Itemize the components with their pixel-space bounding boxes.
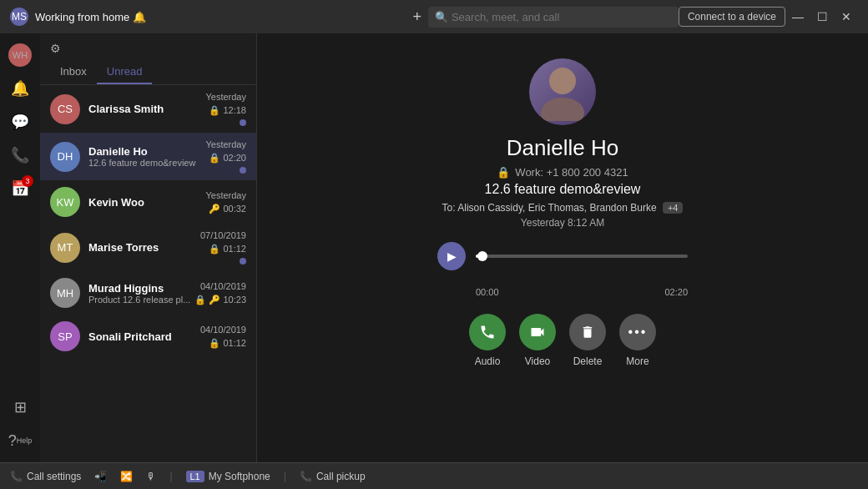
more-button[interactable]: ••• More (619, 314, 656, 367)
list-item[interactable]: DH Danielle Ho 12.6 feature demo&review … (40, 133, 256, 180)
conv-time: Yesterday (205, 92, 246, 102)
connect-device-button[interactable]: Connect to a device (679, 7, 785, 27)
audio-icon (469, 314, 506, 350)
list-item[interactable]: MH Murad Higgins Product 12.6 release pl… (40, 271, 256, 315)
conv-duration: 🔒 🔑 10:23 (194, 295, 246, 305)
conv-tabs: Inbox Unread (40, 60, 256, 85)
time-end: 02:20 (664, 287, 688, 297)
conversations-panel: ⚙ Inbox Unread CS Clarissa Smith Yesterd… (40, 33, 257, 462)
conv-meta: 07/10/2019 🔒 01:12 (200, 230, 246, 265)
status-icon-1: 📲 (94, 471, 107, 482)
delete-button[interactable]: Delete (569, 314, 606, 367)
softphone-badge: L1 (186, 471, 204, 482)
delete-icon (569, 314, 606, 350)
titlebar: MS Working from home 🔔 + 🔍 Connect to a … (0, 0, 868, 33)
app-body: WH 🔔 💬 📞 📅 3 ⊞ ? Help ⚙ Inbox Unrea (0, 33, 868, 462)
work-number: Work: +1 800 200 4321 (515, 166, 628, 179)
video-button[interactable]: Video (519, 314, 556, 367)
sidebar-item-apps[interactable]: ⊞ (5, 392, 35, 422)
conv-list: CS Clarissa Smith Yesterday 🔒 12:18 DH D… (40, 85, 256, 462)
conv-time: 04/10/2019 (200, 325, 246, 335)
progress-fill (476, 255, 482, 258)
app-avatar: MS (10, 8, 28, 26)
statusbar: 📞 Call settings 📲 🔀 🎙 | L1 My Softphone … (0, 462, 868, 489)
conv-name: Kevin Woo (88, 196, 205, 209)
conv-duration: 🔒 02:20 (209, 153, 246, 164)
list-item[interactable]: CS Clarissa Smith Yesterday 🔒 12:18 (40, 85, 256, 133)
maximize-button[interactable]: ☐ (810, 7, 835, 27)
app-title: Working from home 🔔 (35, 11, 406, 23)
sidebar-item-calendar[interactable]: 📅 3 (5, 174, 35, 204)
sidebar-item-activity[interactable]: 🔔 (5, 73, 35, 103)
to-label: To: (442, 202, 456, 214)
conv-avatar: MT (50, 233, 80, 263)
tab-unread[interactable]: Unread (97, 60, 153, 84)
unread-dot (240, 167, 246, 174)
call-settings-icon: 📞 (10, 471, 23, 482)
sidebar-item-avatar[interactable]: WH (5, 40, 35, 70)
search-input[interactable] (428, 7, 679, 28)
call-settings-item[interactable]: 📞 Call settings (10, 471, 81, 482)
conv-duration: 🔒 12:18 (209, 105, 246, 116)
minimize-button[interactable]: — (785, 7, 810, 27)
conv-meta: Yesterday 🔒 12:18 (205, 92, 246, 126)
contact-work: 🔒 Work: +1 800 200 4321 (497, 166, 628, 179)
lock-icon: 🔒 (497, 166, 510, 179)
status-divider-2: | (284, 471, 286, 482)
play-button[interactable]: ▶ (437, 242, 466, 270)
sidebar-item-chat[interactable]: 💬 (5, 107, 35, 137)
tab-inbox[interactable]: Inbox (50, 60, 97, 84)
to-badge: +4 (663, 202, 684, 214)
search-icon: 🔍 (435, 11, 448, 23)
conv-avatar: DH (50, 142, 80, 172)
conv-name: Danielle Ho (88, 145, 205, 158)
voicemail-timestamp: Yesterday 8:12 AM (521, 217, 604, 229)
sidebar-item-help[interactable]: ? Help (5, 426, 35, 456)
chat-icon: 💬 (11, 113, 29, 131)
action-buttons: Audio Video Delete ••• More (469, 314, 656, 367)
conv-avatar: KW (50, 187, 80, 217)
activity-icon: 🔔 (11, 79, 29, 98)
search-wrap: 🔍 (428, 7, 679, 28)
sidebar-item-calls[interactable]: 📞 (5, 140, 35, 170)
softphone-label: My Softphone (209, 471, 270, 482)
new-meeting-button[interactable]: + (406, 8, 428, 26)
status-icon-2: 🔀 (120, 471, 133, 482)
conv-info: Danielle Ho 12.6 feature demo&review (88, 145, 205, 168)
conv-meta: 04/10/2019 🔒 01:12 (200, 325, 246, 349)
conv-time: 07/10/2019 (200, 230, 246, 240)
video-icon (519, 314, 556, 350)
conv-info: Clarissa Smith (88, 103, 205, 115)
progress-bar[interactable] (476, 255, 688, 258)
list-item[interactable]: MT Marise Torres 07/10/2019 🔒 01:12 (40, 224, 256, 271)
delete-label: Delete (573, 355, 603, 367)
list-item[interactable]: KW Kevin Woo Yesterday 🔑 00:32 (40, 180, 256, 224)
conv-info: Sonali Pritchard (88, 330, 200, 343)
filter-button[interactable]: ⚙ (50, 42, 61, 55)
to-recipients: Alison Cassidy, Eric Thomas, Brandon Bur… (457, 202, 656, 214)
pickup-icon: 📞 (300, 471, 312, 482)
sidebar-icons: WH 🔔 💬 📞 📅 3 ⊞ ? Help (0, 33, 40, 462)
conv-name: Marise Torres (88, 241, 200, 254)
time-labels: 00:00 02:20 (437, 287, 688, 297)
voicemail-title: 12.6 feature demo&review (485, 182, 641, 197)
apps-icon: ⊞ (14, 398, 27, 416)
conv-duration: 🔒 01:12 (209, 338, 246, 349)
list-item[interactable]: SP Sonali Pritchard 04/10/2019 🔒 01:12 (40, 315, 256, 358)
more-icon: ••• (619, 314, 656, 350)
close-button[interactable]: ✕ (835, 7, 858, 27)
audio-button[interactable]: Audio (469, 314, 506, 367)
call-pickup-item[interactable]: 📞 Call pickup (300, 471, 366, 482)
calendar-badge: 3 (22, 175, 33, 187)
conv-avatar: CS (50, 94, 80, 124)
conv-info: Marise Torres (88, 241, 200, 254)
softphone-item[interactable]: L1 My Softphone (186, 471, 270, 482)
status-divider-1: | (169, 471, 172, 482)
video-label: Video (525, 355, 550, 367)
time-start: 00:00 (476, 287, 499, 297)
audio-player: ▶ (437, 242, 688, 270)
svg-point-1 (541, 98, 584, 121)
conv-avatar: MH (50, 278, 80, 308)
status-icon-3: 🎙 (146, 471, 156, 482)
more-label: More (626, 355, 648, 367)
